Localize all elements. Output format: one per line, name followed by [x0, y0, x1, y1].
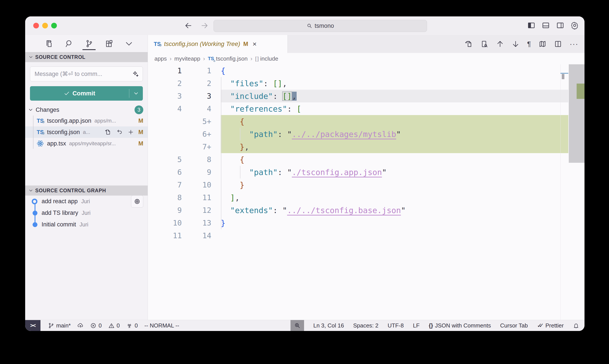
statusbar-encoding[interactable]: UTF-8	[388, 322, 404, 329]
changed-file-row[interactable]: TStsconfig.app.jsonapps/m...M	[25, 115, 148, 126]
commit-message-input[interactable]: Message (⌘⏎ to comm...	[30, 66, 143, 81]
code-line[interactable]: 44 "references": [	[148, 102, 584, 115]
source-control-graph-header[interactable]: SOURCE CONTROL GRAPH	[25, 185, 148, 195]
commit-message: add TS library	[41, 209, 78, 216]
forward-arrow-icon[interactable]	[201, 22, 208, 29]
goto-ref-button[interactable]	[131, 195, 143, 208]
code-line[interactable]: 1013}	[148, 217, 584, 229]
changed-file-row[interactable]: TStsconfig.jsona...M	[25, 126, 148, 138]
commit-row[interactable]: add TS libraryJuri	[25, 207, 148, 219]
code-line[interactable]: 69 "path": "./tsconfig.app.json"	[148, 166, 584, 179]
code-editor[interactable]: 11{22 "files": [],33 "include": [],44 "r…	[148, 64, 584, 320]
discard-button[interactable]	[116, 129, 123, 135]
code-line[interactable]: 1114	[148, 229, 584, 242]
commit-author: Juri	[82, 210, 91, 216]
breadcrumb-separator: ›	[169, 55, 171, 62]
next-change-icon[interactable]	[512, 40, 519, 48]
changes-label: Changes	[36, 106, 132, 113]
minimap-selection-block	[562, 74, 564, 79]
sparkle-icon[interactable]	[132, 70, 139, 78]
split-editor-icon[interactable]	[554, 40, 562, 48]
code-token	[221, 117, 240, 126]
statusbar-cursor-position[interactable]: Ln 3, Col 16	[313, 322, 344, 329]
code-token: }	[240, 181, 245, 189]
statusbar-problems-warnings[interactable]: 0	[108, 322, 120, 329]
code-token	[221, 168, 249, 177]
back-arrow-icon[interactable]	[184, 22, 192, 29]
statusbar-eol[interactable]: LF	[413, 322, 420, 329]
maximize-window-button[interactable]	[51, 23, 57, 28]
file-name: app.tsx	[47, 140, 66, 147]
toggle-secondary-sidebar-icon[interactable]	[556, 21, 564, 29]
source-control-section-header[interactable]: SOURCE CONTROL	[25, 52, 148, 62]
status-bar: ><main*000-- NORMAL -- Ln 3, Col 16Space…	[25, 320, 584, 331]
code-line[interactable]: 22 "files": [],	[148, 77, 584, 90]
statusbar-sync[interactable]	[77, 323, 84, 329]
commit-row[interactable]: add react appJuri	[25, 195, 148, 207]
statusbar-notifications[interactable]	[573, 323, 579, 329]
code-line[interactable]: 811 ],	[148, 191, 584, 204]
code-token: "	[382, 168, 387, 177]
code-token: }	[240, 143, 245, 151]
changes-header[interactable]: Changes 3	[25, 104, 148, 115]
statusbar-problems-errors[interactable]: 0	[90, 322, 102, 329]
code-line[interactable]: 7+ },	[148, 141, 584, 153]
statusbar-language-mode[interactable]: {}JSON with Comments	[429, 322, 491, 329]
breadcrumb-item[interactable]: myviteapp	[174, 55, 200, 62]
statusbar-branch[interactable]: main*	[48, 322, 71, 329]
breadcrumb-item[interactable]: [ ]include	[255, 55, 278, 62]
previous-change-icon[interactable]	[496, 40, 504, 48]
activity-more-views[interactable]	[124, 37, 134, 50]
scrollbar-slider[interactable]	[569, 64, 584, 163]
activity-explorer[interactable]	[44, 37, 54, 50]
code-line[interactable]: 6+ "path": "../../packages/mytslib"	[148, 128, 584, 141]
commit-row[interactable]: Initial commitJuri	[25, 219, 148, 230]
minimize-window-button[interactable]	[42, 23, 48, 28]
toggle-panel-icon[interactable]	[542, 21, 550, 29]
activity-extensions[interactable]	[104, 37, 114, 50]
tab-tsconfig-working-tree[interactable]: TS tsconfig.json (Working Tree) M ×	[148, 35, 288, 53]
breadcrumb-item[interactable]: TStsconfig.json	[208, 55, 248, 62]
open-changes-icon[interactable]	[465, 40, 473, 48]
code-line[interactable]: 710 }	[148, 179, 584, 191]
statusbar-zoom-indicator[interactable]	[290, 320, 304, 331]
file-path: apps/m...	[94, 118, 135, 124]
statusbar-label: 0	[135, 322, 138, 329]
line-number-original: 3	[148, 92, 182, 100]
chevron-down-icon	[133, 90, 139, 96]
changed-file-row[interactable]: app.tsxapps/myviteapp/sr...M	[25, 138, 148, 149]
toggle-primary-sidebar-icon[interactable]	[527, 21, 535, 29]
more-actions-icon[interactable]: ···	[570, 42, 578, 46]
stage-button[interactable]	[128, 129, 134, 135]
code-line[interactable]: 58 {	[148, 153, 584, 166]
status-bar-right: Ln 3, Col 16Spaces: 2UTF-8LF{}JSON with …	[290, 320, 584, 331]
statusbar-formatter[interactable]: ✓✓Prettier	[537, 322, 564, 329]
tab-close-icon[interactable]: ×	[253, 40, 257, 48]
breadcrumb-item[interactable]: apps	[155, 55, 167, 62]
render-whitespace-icon[interactable]: ¶	[527, 40, 531, 48]
statusbar-ports[interactable]: 0	[126, 322, 138, 329]
code-line[interactable]: 5+ {	[148, 115, 584, 128]
changes-count-badge: 3	[135, 105, 143, 114]
commit-dropdown-button[interactable]	[129, 90, 143, 96]
activity-search[interactable]	[64, 37, 74, 50]
command-center-search[interactable]: tsmono	[213, 20, 427, 32]
code-line[interactable]: 11{	[148, 64, 584, 77]
code-token: []	[273, 79, 282, 88]
activity-source-control[interactable]	[84, 37, 94, 50]
statusbar-cursor-tab[interactable]: Cursor Tab	[500, 322, 528, 329]
code-token: "	[282, 206, 287, 215]
open-file-button[interactable]	[105, 129, 111, 135]
statusbar-vim-mode[interactable]: -- NORMAL --	[144, 322, 179, 329]
statusbar-remote-indicator[interactable]: ><	[25, 320, 40, 331]
code-token: ]	[230, 193, 235, 202]
settings-gear-icon[interactable]	[570, 21, 579, 29]
commit-button[interactable]: Commit	[30, 86, 143, 101]
inline-view-icon[interactable]	[480, 40, 489, 48]
statusbar-indentation[interactable]: Spaces: 2	[353, 322, 378, 329]
code-line-text: {	[211, 117, 244, 126]
code-line[interactable]: 912 "extends": "../../tsconfig.base.json…	[148, 204, 584, 217]
code-line[interactable]: 33 "include": [],	[148, 90, 584, 102]
map-icon[interactable]	[539, 40, 546, 48]
close-window-button[interactable]	[33, 23, 39, 28]
